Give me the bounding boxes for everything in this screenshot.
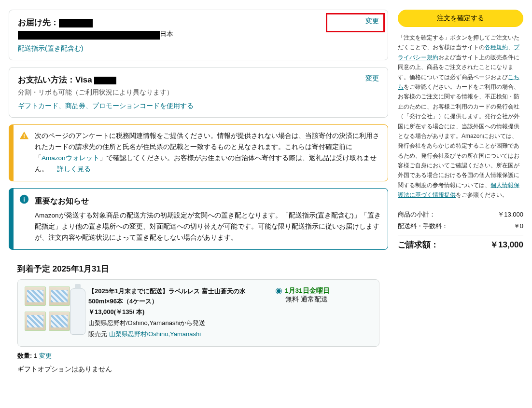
legal-text: 「注文を確定する」ボタンを押してご注文いただくことで、お客様は当サイトの各種規約…: [398, 33, 523, 200]
redacted-address: [18, 31, 160, 40]
seller-label: 販売元: [88, 330, 107, 338]
product-thumbnail: [25, 286, 83, 340]
terms-link[interactable]: 各種規約: [485, 44, 508, 51]
shipping-label: 配送料・手数料：: [398, 222, 448, 231]
delivery-date: 1月31日金曜日: [285, 286, 330, 295]
tax-warning-alert: 次のページのアンケートに税務関連情報をご提供ください。情報が提供されない場合は、…: [9, 124, 388, 181]
arrival-title: 到着予定 2025年1月31日: [17, 263, 379, 274]
item-price: ￥13,000(￥135/ 本): [88, 307, 264, 317]
delivery-option-radio[interactable]: 1月31日金曜日: [276, 286, 372, 295]
info-text: Amazonが発送する対象商品の配送方法の初期設定が玄関への置き配となります。「…: [35, 210, 381, 244]
shipping-value: ￥0: [514, 222, 523, 231]
learn-more-link[interactable]: 詳しく見る: [57, 165, 91, 173]
delivery-section: 到着予定 2025年1月31日 【2025年1月末までに配送】ラベルレス 富士山…: [9, 257, 388, 381]
qty-change-link[interactable]: 変更: [39, 352, 52, 359]
payment-title-prefix: お支払い方法：Visa: [18, 75, 94, 84]
delivery-instructions-link[interactable]: 配送指示(置き配含む): [18, 44, 83, 52]
order-summary-sidebar: 注文を確定する 「注文を確定する」ボタンを押してご注文いただくことで、お客様は当…: [398, 10, 523, 381]
quantity-line: 数量: 1 変更: [17, 352, 379, 360]
address-change-link[interactable]: 変更: [365, 17, 379, 26]
qty-label: 数量:: [17, 352, 32, 359]
payment-title: お支払い方法：Visa: [18, 74, 379, 85]
subtotal-label: 商品の小計：: [398, 210, 435, 219]
warning-icon: [19, 131, 29, 140]
subtotal-value: ￥13,000: [498, 210, 523, 219]
important-notice-alert: 重要なお知らせ Amazonが発送する対象商品の配送方法の初期設定が玄関への置き…: [9, 188, 388, 250]
order-totals: 商品の小計： ￥13,000 配送料・手数料： ￥0 ご請求額： ￥13,000: [398, 209, 523, 252]
delivery-method: 無料 通常配送: [285, 295, 372, 304]
item-name: 【2025年1月末までに配送】ラベルレス 富士山蒼天の水 500ml×96本（4…: [88, 286, 264, 307]
redacted-name: [59, 19, 93, 27]
address-country: 日本: [160, 30, 173, 38]
legal-end: をご参照ください。: [456, 191, 508, 198]
item-ship-from: 山梨県忍野村/Oshino,Yamanashiから発送: [88, 318, 264, 328]
seller-link[interactable]: 山梨県忍野村/Oshino,Yamanashi: [109, 330, 201, 338]
address-title: お届け先：: [18, 17, 379, 28]
grand-total-label: ご請求額：: [398, 239, 439, 250]
place-order-button[interactable]: 注文を確定する: [398, 10, 523, 27]
payment-card: 変更 お支払い方法：Visa 分割・リボも可能（ご利用状況により異なります） ギ…: [9, 67, 388, 118]
redacted-card: [94, 77, 116, 84]
grand-total-value: ￥13,000: [490, 239, 523, 250]
promo-code-link[interactable]: ギフトカード、商品券、プロモーションコードを使用する: [18, 102, 194, 109]
amazon-wallet-link[interactable]: Amazonウォレット: [42, 154, 99, 162]
qty-value: 1: [34, 352, 37, 359]
address-line: 日本: [18, 29, 379, 40]
info-title: 重要なお知らせ: [35, 194, 381, 207]
legal-sep1: 、: [508, 44, 514, 51]
address-card: 変更 お届け先： 日本 配送指示(置き配含む): [9, 10, 388, 60]
legal-mid2: をご確認ください。カードをご利用の場合、お客様のご注文に関する情報を、不正検知・…: [398, 83, 519, 189]
info-icon: [19, 194, 29, 204]
address-title-prefix: お届け先：: [18, 18, 59, 27]
gift-option-text: ギフトオプションはありません: [17, 365, 379, 374]
payment-change-link[interactable]: 変更: [365, 74, 379, 83]
payment-sub: 分割・リボも可能（ご利用状況により異なります）: [18, 88, 379, 97]
delivery-radio-input[interactable]: [276, 288, 282, 294]
